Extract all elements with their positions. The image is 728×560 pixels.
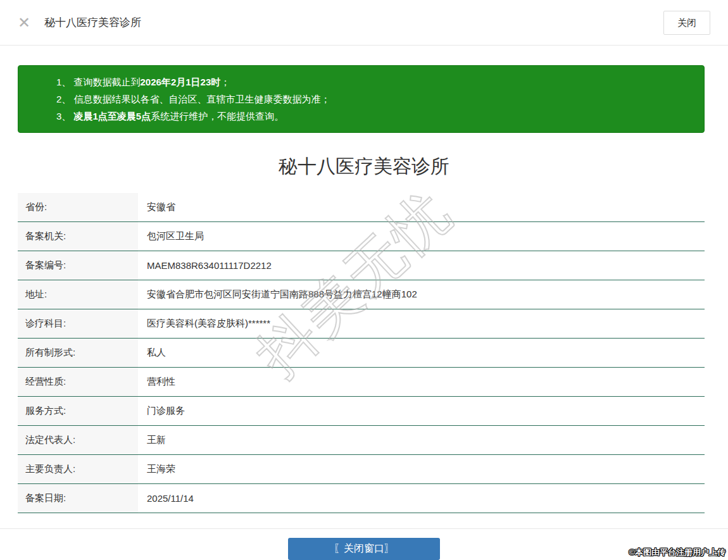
field-label: 省份: xyxy=(18,193,138,221)
field-value: 安徽省合肥市包河区同安街道宁国南路888号益力檀宫12幢商102 xyxy=(138,280,705,309)
field-label: 主要负责人: xyxy=(18,455,138,483)
table-row-service-mode: 服务方式: 门诊服务 xyxy=(18,397,705,426)
field-label: 备案日期: xyxy=(18,484,138,513)
field-value: 2025/11/14 xyxy=(138,484,705,513)
field-label: 备案编号: xyxy=(18,251,138,280)
table-row-authority: 备案机关: 包河区卫生局 xyxy=(18,222,705,251)
table-row-record-number: 备案编号: MAEM838R634011117D2212 xyxy=(18,251,705,280)
table-row-record-date: 备案日期: 2025/11/14 xyxy=(18,484,705,513)
notice-line-1: 1、 查询数据截止到2026年2月1日23时； xyxy=(56,73,691,90)
table-row-business-nature: 经营性质: 营利性 xyxy=(18,368,705,397)
field-label: 备案机关: xyxy=(18,222,138,251)
info-table: 省份: 安徽省 备案机关: 包河区卫生局 备案编号: MAEM838R63401… xyxy=(18,193,705,513)
notice-text-bold: 凌晨1点至凌晨5点 xyxy=(74,111,151,121)
table-row-province: 省份: 安徽省 xyxy=(18,193,705,222)
notice-text: 系统进行维护，不能提供查询。 xyxy=(151,111,284,121)
notice-text: 3、 xyxy=(56,111,74,121)
field-label: 所有制形式: xyxy=(18,339,138,367)
header: ✕ 秘十八医疗美容诊所 关闭 xyxy=(0,0,728,46)
field-value: 营利性 xyxy=(138,368,705,396)
field-value: MAEM838R634011117D2212 xyxy=(138,251,705,280)
close-icon[interactable]: ✕ xyxy=(18,15,30,30)
field-label: 法定代表人: xyxy=(18,426,138,454)
field-label: 诊疗科目: xyxy=(18,309,138,338)
close-button[interactable]: 关闭 xyxy=(663,11,710,35)
footer: 〖关闭窗口〗 xyxy=(0,528,728,560)
field-value: 王海荣 xyxy=(138,455,705,483)
field-value: 安徽省 xyxy=(138,193,705,221)
close-window-button[interactable]: 〖关闭窗口〗 xyxy=(288,538,440,560)
field-value: 私人 xyxy=(138,339,705,367)
field-value: 王新 xyxy=(138,426,705,454)
field-label: 经营性质: xyxy=(18,368,138,396)
field-label: 地址: xyxy=(18,280,138,309)
field-label: 服务方式: xyxy=(18,397,138,425)
field-value: 门诊服务 xyxy=(138,397,705,425)
upload-credit-watermark: ©本图由平台注册用户上传 xyxy=(629,547,725,558)
notice-text: 2、 信息数据结果以各省、自治区、直辖市卫生健康委数据为准； xyxy=(56,94,330,104)
table-row-main-person: 主要负责人: 王海荣 xyxy=(18,455,705,484)
field-value: 包河区卫生局 xyxy=(138,222,705,251)
notice-text: 1、 查询数据截止到 xyxy=(56,77,141,87)
notice-line-2: 2、 信息数据结果以各省、自治区、直辖市卫生健康委数据为准； xyxy=(56,90,691,108)
notice-line-3: 3、 凌晨1点至凌晨5点系统进行维护，不能提供查询。 xyxy=(56,108,691,125)
page-title: 秘十八医疗美容诊所 xyxy=(0,154,728,180)
table-row-medical-subjects: 诊疗科目: 医疗美容科(美容皮肤科)****** xyxy=(18,309,705,339)
field-value: 医疗美容科(美容皮肤科)****** xyxy=(138,309,705,338)
table-row-legal-representative: 法定代表人: 王新 xyxy=(18,426,705,455)
header-title: 秘十八医疗美容诊所 xyxy=(44,15,141,30)
table-row-address: 地址: 安徽省合肥市包河区同安街道宁国南路888号益力檀宫12幢商102 xyxy=(18,280,705,309)
notice-text: ； xyxy=(220,77,230,87)
notice-text-bold: 2026年2月1日23时 xyxy=(141,77,221,87)
table-row-ownership: 所有制形式: 私人 xyxy=(18,339,705,368)
notice-banner: 1、 查询数据截止到2026年2月1日23时； 2、 信息数据结果以各省、自治区… xyxy=(18,65,705,133)
